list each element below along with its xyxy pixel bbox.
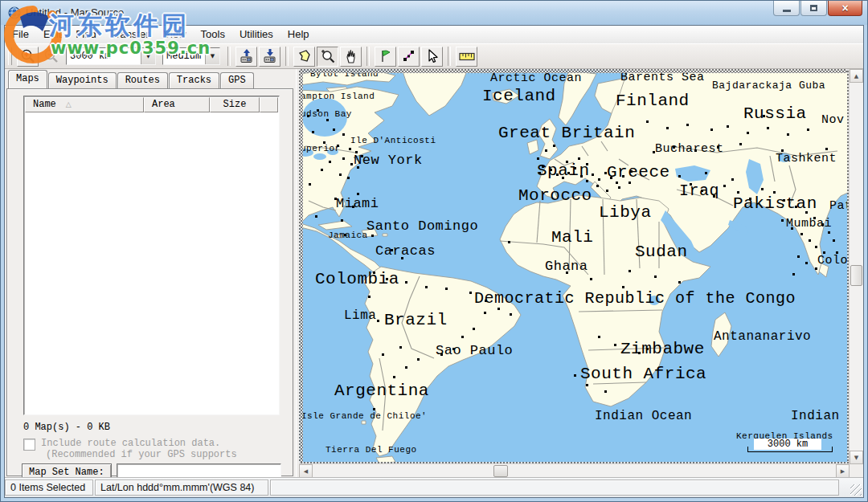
column-header-name[interactable]: Name△ (25, 97, 144, 112)
city-dot (317, 109, 319, 112)
receive-from-device-button[interactable] (259, 47, 280, 67)
tab-routes[interactable]: Routes (117, 72, 168, 88)
city-dot (562, 177, 564, 179)
download-device-icon (262, 48, 278, 64)
tab-tracks[interactable]: Tracks (169, 72, 219, 88)
column-header-size[interactable]: Size (210, 97, 260, 112)
map-label: Miami (336, 197, 379, 212)
send-to-device-button[interactable] (235, 47, 257, 67)
menu-utilities[interactable]: Utilities (232, 26, 280, 43)
minimize-button[interactable] (773, 1, 800, 16)
scroll-up-icon[interactable]: ▲ (850, 69, 863, 83)
zoom-in-icon (20, 48, 36, 64)
map-region-icon (297, 48, 313, 64)
city-dot (781, 149, 784, 152)
city-dot (399, 346, 402, 349)
city-dot (787, 133, 789, 136)
city-dot (686, 124, 689, 126)
city-dot (333, 129, 335, 131)
menu-file[interactable]: File (5, 26, 36, 43)
map-scale-select[interactable]: 3000 km ▼ (66, 47, 156, 65)
measure-tool-button[interactable] (456, 47, 477, 67)
zoom-out-icon (43, 48, 59, 64)
map-label: Morocco (518, 186, 592, 205)
route-data-checkbox[interactable] (23, 439, 35, 451)
city-dot (590, 278, 592, 280)
column-header-area[interactable]: Area (144, 97, 210, 112)
city-dot (586, 180, 588, 182)
city-dot (747, 132, 749, 134)
menu-transfer[interactable]: Transfer (104, 26, 157, 43)
close-button[interactable]: × (828, 1, 862, 16)
city-dot (497, 308, 500, 310)
city-dot (763, 115, 765, 117)
city-dot (386, 278, 388, 280)
map-label: Pakistan (733, 194, 817, 213)
city-dot (731, 178, 734, 181)
map-label: Zimbabwe (620, 340, 705, 358)
menu-help[interactable]: Help (280, 26, 317, 43)
city-dot (371, 235, 374, 237)
pan-tool-button[interactable] (340, 47, 362, 67)
column-header-blank[interactable] (260, 97, 278, 112)
map-edge-hatch (299, 69, 851, 73)
resize-grip-icon[interactable] (850, 484, 862, 496)
city-dot (646, 120, 649, 123)
city-dot (749, 198, 751, 200)
map-select-tool-button[interactable] (293, 47, 315, 67)
toolbar-grip[interactable] (8, 47, 12, 65)
scroll-right-icon[interactable]: ▶ (836, 464, 850, 478)
map-label: Greece (607, 163, 670, 182)
chevron-down-icon[interactable]: ▼ (205, 48, 219, 64)
selection-tool-button[interactable] (421, 47, 443, 67)
zoom-tool-icon (320, 48, 336, 64)
app-client-area: FileEditFindTransferViewToolsUtilitiesHe… (4, 25, 864, 498)
title-bar[interactable]: Untitled - MapSource × (1, 1, 867, 25)
zoom-tool-button[interactable] (317, 47, 338, 67)
menu-find[interactable]: Find (68, 26, 103, 43)
map-list[interactable]: Name△AreaSize (23, 96, 280, 415)
map-label: Antananarivo (714, 330, 811, 345)
map-label: Caracas (375, 244, 436, 259)
zoom-in-button[interactable] (17, 47, 39, 67)
map-label: Nov (821, 114, 845, 128)
city-dot (606, 190, 608, 192)
horizontal-scroll-thumb[interactable] (493, 465, 508, 477)
map-scale-bracket (747, 447, 833, 452)
city-dot (791, 227, 793, 230)
map-label: Indian Ocean (791, 410, 851, 424)
menu-view[interactable]: View (157, 26, 194, 43)
city-dot (800, 233, 803, 235)
zoom-out-button[interactable] (40, 47, 62, 67)
tab-gps[interactable]: GPS (220, 72, 254, 88)
map-canvas[interactable]: Bylot Islandampton Islandudson BayArctic… (299, 69, 851, 466)
city-dot (717, 146, 719, 149)
scroll-left-icon[interactable]: ◀ (299, 464, 313, 478)
city-dot (342, 133, 345, 136)
maximize-button[interactable] (800, 1, 827, 16)
scroll-down-icon[interactable]: ▼ (850, 451, 863, 464)
vertical-scroll-thumb[interactable] (850, 265, 862, 286)
menu-tools[interactable]: Tools (194, 26, 232, 43)
city-dot (792, 273, 795, 275)
map-horizontal-scrollbar[interactable]: ◀ ▶ (299, 463, 850, 478)
tab-maps[interactable]: Maps (8, 70, 47, 88)
route-tool-button[interactable] (398, 47, 420, 67)
city-dot (795, 206, 797, 208)
chevron-down-icon[interactable]: ▼ (141, 48, 155, 64)
city-dot (598, 178, 600, 181)
city-dot (586, 163, 588, 165)
city-dot (678, 281, 681, 284)
waypoint-tool-button[interactable] (375, 47, 396, 67)
map-list-header: Name△AreaSize (25, 97, 278, 112)
city-dot (355, 151, 358, 153)
map-label: Isle Grande de Chiloe' (301, 411, 427, 421)
map-label: Tierra Del Fuego (326, 445, 417, 455)
city-dot (393, 376, 395, 378)
city-dot (425, 286, 428, 288)
toolbar-separator (448, 47, 451, 66)
map-vertical-scrollbar[interactable]: ▲ ▼ (849, 69, 863, 464)
menu-edit[interactable]: Edit (36, 26, 68, 43)
detail-level-select[interactable]: Medium ▼ (162, 47, 220, 65)
tab-waypoints[interactable]: Waypoints (48, 72, 117, 88)
